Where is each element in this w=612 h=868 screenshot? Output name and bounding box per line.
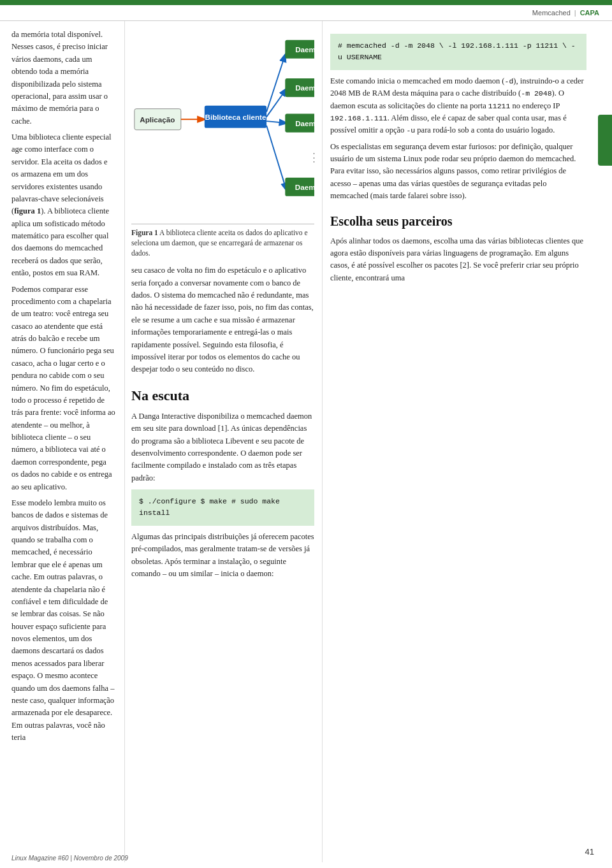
mid-section-heading: Na escuta <box>131 385 314 407</box>
left-para-2: Uma biblioteca cliente especial age como… <box>11 131 115 280</box>
page-content: da memória total disponível. Nesses caso… <box>0 21 612 862</box>
svg-text:Aplicação: Aplicação <box>140 115 175 124</box>
mid-column: Aplicação Biblioteca cliente <box>124 21 322 862</box>
right-para-2: Os especialistas em segurança devem esta… <box>330 141 586 203</box>
right-section-text: Após alinhar todos os daemons, escolha u… <box>330 235 586 285</box>
figure-number: Figura 1 <box>131 229 158 236</box>
svg-text:Daemon 1: Daemon 1 <box>295 45 314 54</box>
left-para-4: Esse modelo lembra muito os bancos de da… <box>11 497 115 744</box>
right-para-1: Este comando inicia o memcached em modo … <box>330 75 586 137</box>
svg-text:Daemon n: Daemon n <box>295 183 314 191</box>
header-bar: Memcached | CAPA <box>0 5 612 21</box>
right-section-heading: Escolha seus parceiros <box>330 212 586 231</box>
figure-caption-text: A biblioteca cliente aceita os dados do … <box>131 229 308 257</box>
svg-text:Biblioteca cliente: Biblioteca cliente <box>205 113 266 121</box>
svg-text:Daemon 3: Daemon 3 <box>295 119 314 127</box>
page-number: 41 <box>585 847 594 857</box>
figure-caption: Figura 1 A biblioteca cliente aceita os … <box>131 224 314 258</box>
mid-after-code: Algumas das principais distribuições já … <box>131 531 314 581</box>
mid-section-text: A Danga Interactive disponibiliza o memc… <box>131 410 314 484</box>
svg-text:⋮: ⋮ <box>309 151 314 164</box>
header-label: Memcached <box>532 9 571 17</box>
install-code-block: $ ./configure $ make # sudo make install <box>131 489 314 526</box>
right-column: # memcached -d -m 2048 \ -l 192.168.1.11… <box>322 21 612 862</box>
diagram-area: Aplicação Biblioteca cliente <box>131 29 314 258</box>
svg-text:Daemon 2: Daemon 2 <box>295 83 314 92</box>
header-separator: | <box>574 9 576 17</box>
header-section: CAPA <box>580 9 599 17</box>
daemon-command-block: # memcached -d -m 2048 \ -l 192.168.1.11… <box>330 34 586 70</box>
svg-line-7 <box>266 121 286 123</box>
left-para-1: da memória total disponível. Nesses caso… <box>11 29 115 127</box>
mid-intro: seu casaco de volta no fim do espetáculo… <box>131 264 314 375</box>
footer-text: Linux Magazine #60 | Novembro de 2009 <box>11 855 128 862</box>
left-column: da memória total disponível. Nesses caso… <box>0 21 124 862</box>
right-accent-tab <box>598 115 612 166</box>
diagram-svg: Aplicação Biblioteca cliente <box>131 29 314 220</box>
left-para-3: Podemos comparar esse procedimento com a… <box>11 284 115 493</box>
footer: Linux Magazine #60 | Novembro de 2009 <box>11 855 128 862</box>
svg-line-8 <box>266 126 286 190</box>
top-strip <box>0 0 612 5</box>
